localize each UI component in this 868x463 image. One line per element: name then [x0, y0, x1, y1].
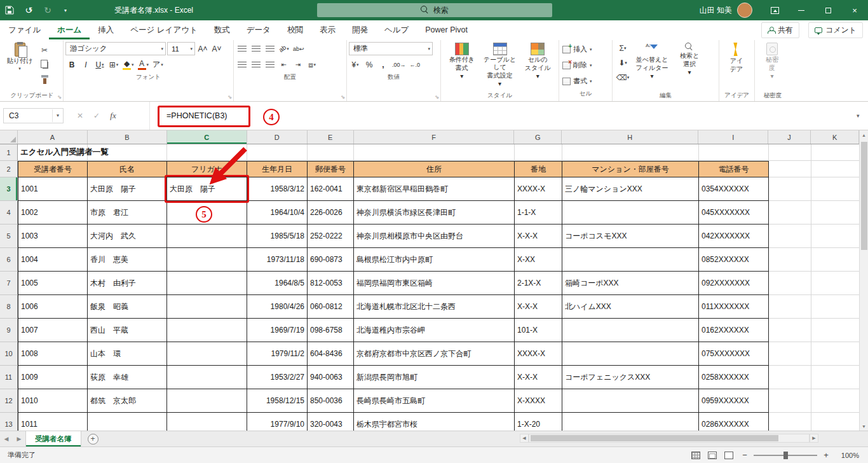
cell-B5[interactable]: 大河内 武久 — [88, 225, 167, 248]
row-header-6[interactable]: 6 — [0, 248, 18, 272]
currency-format-button[interactable]: ¥▾ — [349, 59, 362, 71]
cell-D4[interactable]: 1964/10/4 — [247, 201, 308, 225]
borders-button[interactable]: ⊞▾ — [107, 59, 120, 71]
cell-H2[interactable]: マンション・部屋番号 — [562, 161, 699, 177]
tab-表示[interactable]: 表示 — [311, 20, 344, 39]
cell-E9[interactable]: 098-6758 — [308, 319, 354, 342]
cell-A4[interactable]: 1002 — [18, 201, 88, 225]
percent-format-button[interactable]: % — [363, 59, 376, 71]
sort-filter-button[interactable]: 並べ替えとフィルター ▾ — [631, 41, 673, 80]
cell-K12[interactable] — [811, 389, 859, 413]
scroll-up-icon[interactable]: ▲ — [860, 130, 868, 139]
align-top-button[interactable] — [236, 43, 248, 55]
format-painter-button[interactable] — [37, 73, 51, 86]
cell-A11[interactable]: 1009 — [18, 366, 88, 389]
cell-I7[interactable]: 092XXXXXXX — [699, 272, 769, 295]
cell-A7[interactable]: 1005 — [18, 272, 88, 295]
column-header-D[interactable]: D — [247, 130, 308, 144]
find-select-button[interactable]: 検索と選択 ▾ — [673, 41, 706, 76]
format-cells-button[interactable]: 書式▾ — [561, 73, 610, 89]
cell-K3[interactable] — [811, 177, 859, 201]
decrease-font-button[interactable]: A˅ — [210, 43, 223, 55]
column-header-A[interactable]: A — [18, 130, 88, 144]
sheet-nav-right-icon[interactable]: ▶ — [13, 436, 25, 442]
cell-D1[interactable] — [247, 144, 308, 161]
tab-ページ レイアウト[interactable]: ページ レイアウト — [122, 20, 206, 39]
cell-C4[interactable] — [167, 201, 247, 225]
cell-K13[interactable] — [811, 413, 859, 431]
cell-D8[interactable]: 1980/4/26 — [247, 295, 308, 319]
cell-F7[interactable]: 福岡県福岡市東区箱崎 — [354, 272, 515, 295]
cell-B4[interactable]: 市原 君江 — [88, 201, 167, 225]
cell-I4[interactable]: 045XXXXXXX — [699, 201, 769, 225]
row-header-2[interactable]: 2 — [0, 161, 18, 177]
cell-F11[interactable]: 新潟県長岡市旭町 — [354, 366, 515, 389]
cell-A8[interactable]: 1006 — [18, 295, 88, 319]
cell-G9[interactable]: 101-X — [515, 319, 562, 342]
horizontal-scrollbar-thumb[interactable] — [531, 435, 778, 441]
clear-button[interactable]: ⌫▾ — [616, 71, 630, 84]
sheet-nav-left-icon[interactable]: ◀ — [0, 436, 13, 442]
formula-input[interactable]: =PHONETIC(B3) — [149, 102, 857, 130]
cell-E5[interactable]: 252-0222 — [308, 225, 354, 248]
sensitivity-button[interactable]: 秘密度 ▾ — [757, 41, 787, 80]
cell-E11[interactable]: 940-0063 — [308, 366, 354, 389]
cell-E7[interactable]: 812-0053 — [308, 272, 354, 295]
sheet-tab-active[interactable]: 受講者名簿 — [25, 431, 81, 446]
name-box[interactable]: C3 ▾ — [3, 108, 64, 123]
cell-J2[interactable] — [769, 161, 811, 177]
underline-button[interactable]: U▾ — [93, 59, 106, 71]
merge-center-button[interactable]: ⧈▾ — [306, 59, 318, 71]
cell-H11[interactable]: コーポフェニックスXXX — [562, 366, 699, 389]
cell-E3[interactable]: 162-0041 — [308, 177, 354, 201]
zoom-slider[interactable] — [754, 455, 817, 456]
cell-D13[interactable]: 1977/9/10 — [247, 413, 308, 431]
cell-G2[interactable]: 番地 — [515, 161, 562, 177]
cell-F9[interactable]: 北海道稚内市宗谷岬 — [354, 319, 515, 342]
cell-A6[interactable]: 1004 — [18, 248, 88, 272]
dialog-launcher-icon[interactable]: ⇘ — [341, 95, 345, 100]
align-left-button[interactable] — [236, 59, 248, 71]
cell-K2[interactable] — [811, 161, 859, 177]
scroll-down-icon[interactable]: ▼ — [860, 422, 868, 431]
font-size-combo[interactable]: 11▾ — [167, 42, 195, 55]
cell-G10[interactable]: XXXX-X — [515, 342, 562, 366]
align-bottom-button[interactable] — [264, 43, 276, 55]
phonetic-guide-button[interactable]: ア▾ — [151, 59, 165, 71]
cell-F8[interactable]: 北海道札幌市北区北十二条西 — [354, 295, 515, 319]
cell-C10[interactable] — [167, 342, 247, 366]
cell-I1[interactable] — [699, 144, 769, 161]
cell-I10[interactable]: 075XXXXXXX — [699, 342, 769, 366]
cell-J4[interactable] — [769, 201, 811, 225]
cell-K10[interactable] — [811, 342, 859, 366]
row-header-7[interactable]: 7 — [0, 272, 18, 295]
cell-E12[interactable]: 850-0036 — [308, 389, 354, 413]
orientation-button[interactable]: ab▾ — [278, 43, 290, 55]
scroll-left-icon[interactable]: ◀ — [520, 434, 529, 443]
cell-D6[interactable]: 1973/11/18 — [247, 248, 308, 272]
cell-J10[interactable] — [769, 342, 811, 366]
row-header-12[interactable]: 12 — [0, 389, 18, 413]
share-button[interactable]: 共有 — [761, 22, 799, 38]
italic-button[interactable]: I — [79, 59, 92, 71]
page-break-view-button[interactable] — [724, 452, 733, 459]
tab-データ[interactable]: データ — [238, 20, 279, 39]
cell-D2[interactable]: 生年月日 — [247, 161, 308, 177]
cell-D12[interactable]: 1958/12/15 — [247, 389, 308, 413]
cell-G5[interactable]: X-X-X — [515, 225, 562, 248]
cell-A2[interactable]: 受講者番号 — [18, 161, 88, 177]
cell-K11[interactable] — [811, 366, 859, 389]
column-header-G[interactable]: G — [514, 130, 562, 144]
cell-G8[interactable]: X-X-X — [515, 295, 562, 319]
cell-C6[interactable] — [167, 248, 247, 272]
cell-K8[interactable] — [811, 295, 859, 319]
cell-B13[interactable] — [88, 413, 167, 431]
close-button[interactable]: × — [841, 0, 868, 20]
cell-F3[interactable]: 東京都新宿区早稲田鶴巻町 — [354, 177, 515, 201]
undo-button[interactable]: ↺▾ — [19, 0, 38, 20]
cell-B2[interactable]: 氏名 — [88, 161, 167, 177]
column-header-B[interactable]: B — [88, 130, 167, 144]
insert-function-button[interactable]: fx — [105, 109, 121, 123]
enter-formula-button[interactable]: ✓ — [89, 109, 104, 123]
cell-C3[interactable]: 大田原 陽子 — [167, 177, 247, 201]
